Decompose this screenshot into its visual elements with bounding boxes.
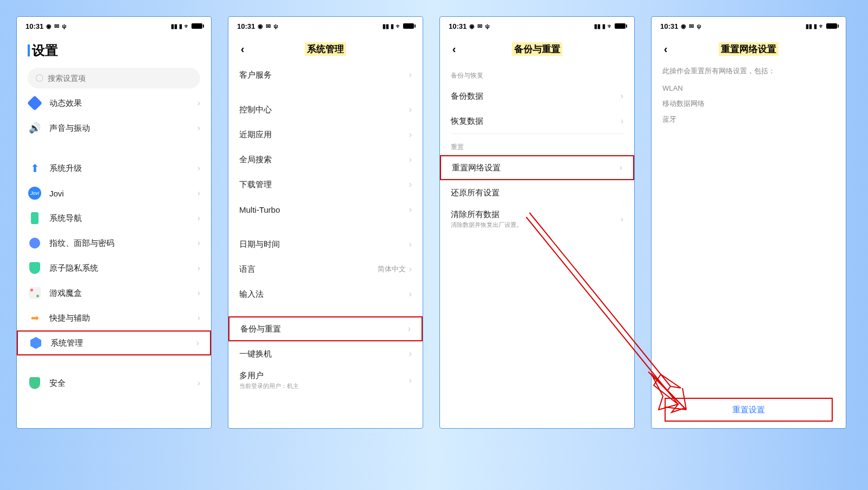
row-label: 控制中心	[239, 105, 409, 115]
backup-list: 备份与恢复 备份数据› 恢复数据› 重置 重置网络设置› 还原所有设置 清除所有…	[440, 62, 634, 428]
chevron-right-icon: ›	[196, 338, 199, 348]
row-dynamic[interactable]: 动态效果›	[17, 91, 211, 116]
chevron-right-icon: ›	[409, 130, 412, 139]
row-label: Jovi	[49, 189, 197, 198]
chevron-right-icon: ›	[621, 116, 623, 126]
row-sublabel: 当前登录的用户：机主	[239, 382, 398, 390]
row-shortcut[interactable]: ➡ 快捷与辅助›	[17, 306, 211, 330]
usb-icon: ψ	[485, 23, 489, 29]
row-control[interactable]: 控制中心›	[228, 97, 423, 122]
row-multiuser[interactable]: 多用户 当前登录的用户：机主 ›	[228, 366, 423, 394]
chevron-right-icon: ›	[197, 288, 200, 298]
row-label: 系统管理	[50, 338, 196, 348]
status-time: 10:31	[237, 22, 255, 30]
group-label: 备份与恢复	[440, 62, 634, 84]
row-backup-reset[interactable]: 备份与重置›	[228, 316, 423, 341]
mail-icon: ✉	[689, 23, 694, 30]
fingerprint-icon	[29, 238, 40, 249]
row-label: 语言	[239, 264, 378, 275]
row-restore[interactable]: 恢复数据›	[440, 109, 634, 133]
chevron-right-icon: ›	[197, 238, 200, 248]
row-multiturbo[interactable]: Multi-Turbo›	[228, 197, 423, 222]
row-download[interactable]: 下载管理›	[228, 172, 423, 197]
row-label: Multi-Turbo	[239, 205, 409, 214]
status-time: 10:31	[449, 22, 467, 30]
chevron-right-icon: ›	[409, 105, 412, 114]
page-title: 重置网络设置	[719, 42, 778, 56]
row-label: 清除所有数据	[451, 209, 610, 220]
row-switch[interactable]: 一键换机›	[228, 341, 423, 366]
chevron-right-icon: ›	[197, 188, 200, 198]
search-icon: 〇	[35, 73, 43, 84]
back-button[interactable]: ‹	[448, 42, 461, 55]
wifi-icon: ᯤ	[607, 23, 613, 29]
chevron-right-icon: ›	[620, 163, 622, 173]
row-fingerprint[interactable]: 指纹、面部与密码›	[17, 231, 211, 256]
usb-icon: ψ	[62, 23, 66, 29]
reset-settings-button[interactable]: 重置设置	[665, 398, 833, 422]
chevron-right-icon: ›	[197, 123, 200, 133]
row-label: 下载管理	[239, 180, 409, 190]
row-reset-network[interactable]: 重置网络设置›	[440, 155, 634, 180]
usb-icon: ψ	[697, 23, 701, 29]
phone-backup-reset: 10:31 ◉ ✉ ψ ▮▮▮ᯤ ‹ 备份与重置 备份与恢复 备份数据› 恢复数…	[439, 16, 635, 429]
row-search[interactable]: 全局搜索›	[228, 147, 423, 172]
compass-icon: ◉	[46, 23, 52, 30]
phone-reset-network: 10:31 ◉ ✉ ψ ▮▮▮ᯤ ‹ 重置网络设置 此操作会重置所有网络设置，包…	[651, 16, 846, 429]
row-upgrade[interactable]: ⬆ 系统升级›	[17, 156, 211, 181]
reset-item-mobile: 移动数据网络	[652, 98, 846, 113]
charge-icon: ▮	[179, 23, 182, 30]
phone-settings-root: 10:31 ◉ ✉ ψ ▮▮ ▮ ᯤ 设置 〇 动态效果› 🔊 声音与振动› ⬆…	[16, 16, 212, 429]
row-label: 客户服务	[239, 70, 409, 80]
mail-icon: ✉	[266, 23, 271, 30]
row-label: 系统导航	[49, 213, 197, 224]
status-bar: 10:31 ◉ ✉ ψ ▮▮▮ᯤ	[440, 17, 634, 35]
row-system-manage[interactable]: 系统管理›	[17, 330, 211, 355]
header: ‹ 重置网络设置	[652, 35, 846, 62]
settings-list: 动态效果› 🔊 声音与振动› ⬆ 系统升级› Jovi Jovi› 系统导航› …	[17, 91, 211, 428]
row-datetime[interactable]: 日期与时间›	[228, 232, 423, 257]
row-nav[interactable]: 系统导航›	[17, 206, 211, 231]
row-clear-all[interactable]: 清除所有数据 清除数据并恢复出厂设置。 ›	[440, 205, 634, 233]
row-input[interactable]: 输入法›	[228, 282, 423, 307]
row-label: 近期应用	[239, 130, 409, 140]
row-label: 声音与振动	[49, 123, 197, 133]
row-game[interactable]: 游戏魔盒›	[17, 281, 211, 306]
search-input[interactable]	[48, 74, 193, 82]
row-backup-data[interactable]: 备份数据›	[440, 84, 634, 109]
shield-icon	[29, 262, 40, 274]
page-title: 设置	[17, 35, 211, 63]
page-title: 系统管理	[305, 42, 346, 56]
row-label: 快捷与辅助	[49, 313, 197, 323]
wifi-icon: ᯤ	[395, 23, 401, 29]
battery-icon	[192, 23, 202, 29]
row-security[interactable]: 安全›	[17, 371, 211, 396]
compass-icon: ◉	[469, 23, 475, 30]
row-reset-all[interactable]: 还原所有设置	[440, 180, 634, 205]
reset-item-bt: 蓝牙	[652, 113, 846, 129]
status-bar: 10:31 ◉ ✉ ψ ▮▮▮ᯤ	[228, 17, 423, 35]
row-sound[interactable]: 🔊 声音与振动›	[17, 116, 211, 141]
forward-icon: ➡	[31, 312, 39, 324]
back-button[interactable]: ‹	[236, 42, 249, 55]
row-service[interactable]: 客户服务›	[228, 62, 423, 87]
chevron-right-icon: ›	[197, 313, 200, 323]
wifi-icon: ᯤ	[184, 23, 190, 29]
signal-icon: ▮▮	[806, 23, 812, 30]
chevron-right-icon: ›	[621, 214, 623, 224]
row-language[interactable]: 语言简体中文›	[228, 257, 423, 282]
signal-icon: ▮▮	[594, 23, 601, 30]
row-privacy[interactable]: 原子隐私系统›	[17, 256, 211, 281]
search-bar[interactable]: 〇	[28, 68, 200, 88]
row-recent[interactable]: 近期应用›	[228, 122, 423, 147]
row-jovi[interactable]: Jovi Jovi›	[17, 181, 211, 206]
row-label: 原子隐私系统	[49, 263, 197, 273]
phone-system-manage: 10:31 ◉ ✉ ψ ▮▮▮ᯤ ‹ 系统管理 客户服务› 控制中心› 近期应用…	[228, 16, 423, 429]
compass-icon: ◉	[681, 23, 686, 30]
header: ‹ 系统管理	[228, 35, 423, 62]
battery-icon	[403, 23, 414, 29]
chevron-right-icon: ›	[621, 91, 623, 101]
group-label: 重置	[440, 134, 634, 155]
chevron-right-icon: ›	[197, 213, 200, 223]
back-button[interactable]: ‹	[659, 42, 672, 55]
